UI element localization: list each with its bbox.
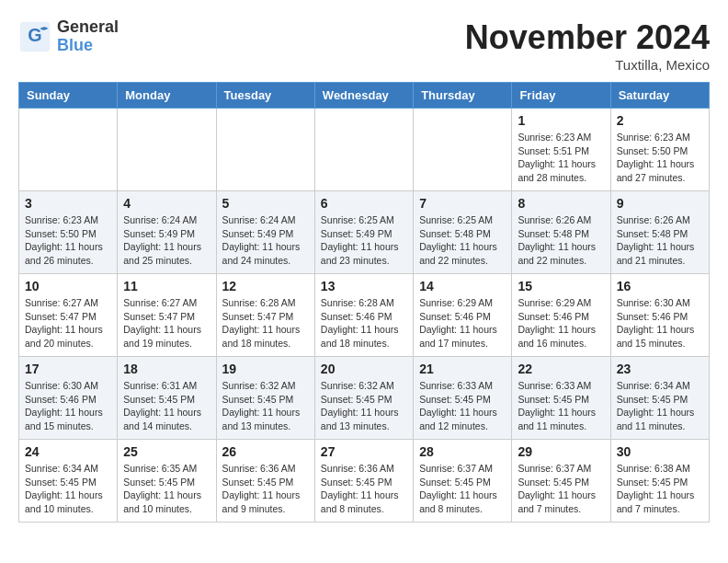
day-info: Sunrise: 6:29 AM Sunset: 5:46 PM Dayligh… bbox=[419, 296, 506, 350]
day-number: 6 bbox=[321, 196, 407, 211]
day-number: 10 bbox=[25, 279, 111, 293]
day-info: Sunrise: 6:31 AM Sunset: 5:45 PM Dayligh… bbox=[123, 379, 210, 433]
table-cell: 29Sunrise: 6:37 AM Sunset: 5:45 PM Dayli… bbox=[512, 440, 610, 523]
table-cell: 14Sunrise: 6:29 AM Sunset: 5:46 PM Dayli… bbox=[414, 274, 512, 357]
day-info: Sunrise: 6:33 AM Sunset: 5:45 PM Dayligh… bbox=[419, 379, 506, 433]
day-number: 24 bbox=[25, 444, 111, 459]
table-cell: 20Sunrise: 6:32 AM Sunset: 5:45 PM Dayli… bbox=[314, 357, 413, 440]
col-sunday: Sunday bbox=[19, 83, 118, 109]
day-number: 3 bbox=[25, 196, 111, 211]
col-friday: Friday bbox=[512, 83, 610, 109]
day-number: 14 bbox=[419, 279, 506, 293]
table-cell: 18Sunrise: 6:31 AM Sunset: 5:45 PM Dayli… bbox=[118, 357, 216, 440]
table-cell: 7Sunrise: 6:25 AM Sunset: 5:48 PM Daylig… bbox=[414, 191, 512, 274]
table-cell: 15Sunrise: 6:29 AM Sunset: 5:46 PM Dayli… bbox=[512, 274, 610, 357]
day-info: Sunrise: 6:27 AM Sunset: 5:47 PM Dayligh… bbox=[123, 296, 210, 350]
day-number: 28 bbox=[419, 444, 506, 459]
calendar: Sunday Monday Tuesday Wednesday Thursday… bbox=[18, 82, 710, 523]
day-number: 16 bbox=[617, 279, 703, 293]
table-cell: 22Sunrise: 6:33 AM Sunset: 5:45 PM Dayli… bbox=[512, 357, 610, 440]
day-info: Sunrise: 6:36 AM Sunset: 5:45 PM Dayligh… bbox=[222, 462, 309, 516]
day-number: 11 bbox=[123, 279, 210, 293]
day-number: 26 bbox=[222, 444, 309, 459]
weekday-header-row: Sunday Monday Tuesday Wednesday Thursday… bbox=[19, 83, 710, 109]
day-number: 5 bbox=[222, 196, 309, 211]
day-info: Sunrise: 6:28 AM Sunset: 5:47 PM Dayligh… bbox=[222, 296, 309, 350]
table-cell: 10Sunrise: 6:27 AM Sunset: 5:47 PM Dayli… bbox=[19, 274, 118, 357]
day-number: 21 bbox=[419, 362, 506, 376]
table-cell: 4Sunrise: 6:24 AM Sunset: 5:49 PM Daylig… bbox=[118, 191, 216, 274]
day-number: 4 bbox=[123, 196, 210, 211]
day-number: 15 bbox=[518, 279, 604, 293]
day-info: Sunrise: 6:32 AM Sunset: 5:45 PM Dayligh… bbox=[321, 379, 407, 433]
day-info: Sunrise: 6:25 AM Sunset: 5:48 PM Dayligh… bbox=[419, 213, 506, 268]
table-cell: 17Sunrise: 6:30 AM Sunset: 5:46 PM Dayli… bbox=[19, 357, 118, 440]
day-number: 29 bbox=[518, 444, 604, 459]
table-cell: 30Sunrise: 6:38 AM Sunset: 5:45 PM Dayli… bbox=[610, 440, 709, 523]
day-info: Sunrise: 6:28 AM Sunset: 5:46 PM Dayligh… bbox=[321, 296, 407, 350]
col-thursday: Thursday bbox=[414, 83, 512, 109]
day-number: 23 bbox=[617, 362, 703, 376]
logo-text: General Blue bbox=[57, 18, 119, 55]
day-info: Sunrise: 6:30 AM Sunset: 5:46 PM Dayligh… bbox=[25, 379, 111, 433]
table-cell: 6Sunrise: 6:25 AM Sunset: 5:49 PM Daylig… bbox=[314, 191, 413, 274]
day-number: 30 bbox=[617, 444, 703, 459]
table-cell: 12Sunrise: 6:28 AM Sunset: 5:47 PM Dayli… bbox=[216, 274, 314, 357]
day-info: Sunrise: 6:24 AM Sunset: 5:49 PM Dayligh… bbox=[123, 213, 210, 268]
day-info: Sunrise: 6:26 AM Sunset: 5:48 PM Dayligh… bbox=[518, 213, 604, 268]
day-info: Sunrise: 6:30 AM Sunset: 5:46 PM Dayligh… bbox=[617, 296, 703, 350]
day-info: Sunrise: 6:24 AM Sunset: 5:49 PM Dayligh… bbox=[222, 213, 309, 268]
day-info: Sunrise: 6:23 AM Sunset: 5:50 PM Dayligh… bbox=[617, 131, 703, 185]
col-saturday: Saturday bbox=[610, 83, 709, 109]
day-number: 8 bbox=[518, 196, 604, 211]
table-cell: 1Sunrise: 6:23 AM Sunset: 5:51 PM Daylig… bbox=[512, 109, 610, 191]
col-wednesday: Wednesday bbox=[314, 83, 413, 109]
week-row-3: 10Sunrise: 6:27 AM Sunset: 5:47 PM Dayli… bbox=[19, 274, 710, 357]
day-number: 2 bbox=[617, 113, 703, 128]
day-number: 9 bbox=[617, 196, 703, 211]
table-cell: 24Sunrise: 6:34 AM Sunset: 5:45 PM Dayli… bbox=[19, 440, 118, 523]
logo-blue: Blue bbox=[57, 36, 93, 54]
logo: G General Blue bbox=[18, 18, 119, 55]
svg-text:G: G bbox=[28, 25, 41, 45]
day-info: Sunrise: 6:34 AM Sunset: 5:45 PM Dayligh… bbox=[617, 379, 703, 433]
table-cell: 27Sunrise: 6:36 AM Sunset: 5:45 PM Dayli… bbox=[314, 440, 413, 523]
table-cell: 25Sunrise: 6:35 AM Sunset: 5:45 PM Dayli… bbox=[118, 440, 216, 523]
location: Tuxtilla, Mexico bbox=[465, 57, 710, 73]
day-info: Sunrise: 6:27 AM Sunset: 5:47 PM Dayligh… bbox=[25, 296, 111, 350]
table-cell bbox=[216, 109, 314, 191]
day-info: Sunrise: 6:35 AM Sunset: 5:45 PM Dayligh… bbox=[123, 462, 210, 516]
day-number: 1 bbox=[518, 113, 604, 128]
col-monday: Monday bbox=[118, 83, 216, 109]
title-block: November 2024 Tuxtilla, Mexico bbox=[465, 18, 710, 73]
table-cell bbox=[118, 109, 216, 191]
day-info: Sunrise: 6:29 AM Sunset: 5:46 PM Dayligh… bbox=[518, 296, 604, 350]
day-info: Sunrise: 6:32 AM Sunset: 5:45 PM Dayligh… bbox=[222, 379, 309, 433]
day-number: 22 bbox=[518, 362, 604, 376]
table-cell: 16Sunrise: 6:30 AM Sunset: 5:46 PM Dayli… bbox=[610, 274, 709, 357]
week-row-2: 3Sunrise: 6:23 AM Sunset: 5:50 PM Daylig… bbox=[19, 191, 710, 274]
day-info: Sunrise: 6:36 AM Sunset: 5:45 PM Dayligh… bbox=[321, 462, 407, 516]
day-number: 20 bbox=[321, 362, 407, 376]
day-number: 12 bbox=[222, 279, 309, 293]
logo-general: General bbox=[57, 17, 119, 36]
day-info: Sunrise: 6:37 AM Sunset: 5:45 PM Dayligh… bbox=[518, 462, 604, 516]
day-number: 17 bbox=[25, 362, 111, 376]
table-cell: 2Sunrise: 6:23 AM Sunset: 5:50 PM Daylig… bbox=[610, 109, 709, 191]
table-cell: 23Sunrise: 6:34 AM Sunset: 5:45 PM Dayli… bbox=[610, 357, 709, 440]
table-cell: 9Sunrise: 6:26 AM Sunset: 5:48 PM Daylig… bbox=[610, 191, 709, 274]
day-info: Sunrise: 6:34 AM Sunset: 5:45 PM Dayligh… bbox=[25, 462, 111, 516]
week-row-5: 24Sunrise: 6:34 AM Sunset: 5:45 PM Dayli… bbox=[19, 440, 710, 523]
page-header: G General Blue November 2024 Tuxtilla, M… bbox=[18, 18, 710, 73]
day-info: Sunrise: 6:38 AM Sunset: 5:45 PM Dayligh… bbox=[617, 462, 703, 516]
table-cell: 19Sunrise: 6:32 AM Sunset: 5:45 PM Dayli… bbox=[216, 357, 314, 440]
table-cell: 28Sunrise: 6:37 AM Sunset: 5:45 PM Dayli… bbox=[414, 440, 512, 523]
day-info: Sunrise: 6:26 AM Sunset: 5:48 PM Dayligh… bbox=[617, 213, 703, 268]
day-number: 7 bbox=[419, 196, 506, 211]
day-info: Sunrise: 6:23 AM Sunset: 5:50 PM Dayligh… bbox=[25, 213, 111, 268]
day-info: Sunrise: 6:33 AM Sunset: 5:45 PM Dayligh… bbox=[518, 379, 604, 433]
table-cell bbox=[314, 109, 413, 191]
day-info: Sunrise: 6:23 AM Sunset: 5:51 PM Dayligh… bbox=[518, 131, 604, 185]
month-title: November 2024 bbox=[465, 18, 710, 57]
table-cell: 21Sunrise: 6:33 AM Sunset: 5:45 PM Dayli… bbox=[414, 357, 512, 440]
